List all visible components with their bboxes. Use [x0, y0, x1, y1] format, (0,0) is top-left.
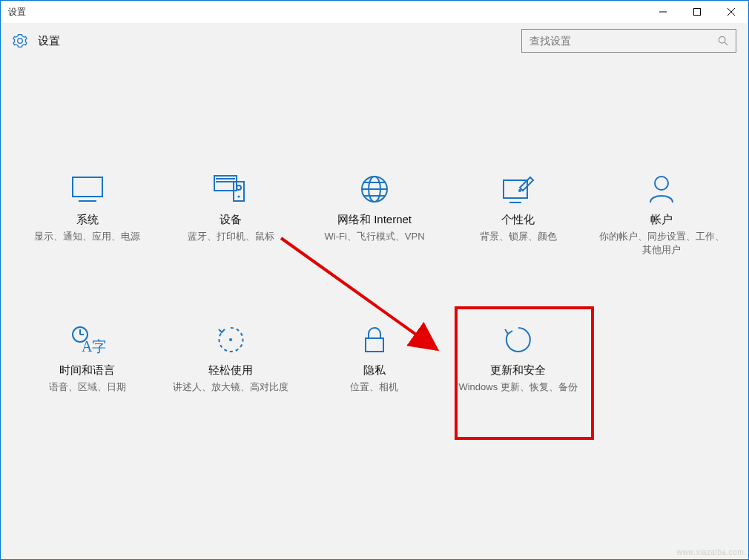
tile-system[interactable]: 系统 显示、通知、应用、电源	[16, 170, 159, 261]
watermark: www.xiazaiba.com	[677, 548, 744, 556]
tile-devices[interactable]: 设备 蓝牙、打印机、鼠标	[159, 170, 303, 261]
settings-grid: 系统 显示、通知、应用、电源 设备 蓝牙、打印机、鼠标 网络和 Internet…	[1, 59, 748, 399]
accounts-icon	[594, 174, 729, 204]
tile-privacy[interactable]: 隐私 位置、相机	[303, 320, 446, 398]
tile-accounts[interactable]: 帐户 你的帐户、同步设置、工作、其他用户	[590, 170, 733, 261]
svg-point-4	[719, 36, 725, 43]
tile-title: 隐私	[307, 363, 442, 378]
tile-desc: Wi-Fi、飞行模式、VPN	[307, 230, 442, 243]
tile-title: 系统	[20, 213, 155, 227]
gear-icon	[13, 33, 27, 48]
tile-desc: Windows 更新、恢复、备份	[451, 381, 586, 394]
svg-rect-6	[73, 177, 102, 197]
tile-title: 网络和 Internet	[307, 213, 442, 227]
svg-point-22	[655, 177, 668, 190]
globe-icon	[307, 174, 442, 204]
close-button[interactable]	[714, 1, 748, 23]
system-icon	[20, 174, 155, 204]
ease-icon	[164, 325, 299, 355]
svg-rect-28	[366, 338, 383, 352]
minimize-button[interactable]	[646, 1, 680, 23]
tile-desc: 你的帐户、同步设置、工作、其他用户	[594, 230, 729, 257]
svg-text:A字: A字	[82, 338, 105, 355]
titlebar: 设置	[1, 1, 748, 23]
tile-desc: 讲述人、放大镜、高对比度	[164, 381, 299, 394]
tile-desc: 显示、通知、应用、电源	[20, 230, 155, 243]
app-title: 设置	[38, 34, 60, 48]
header: 设置	[1, 23, 748, 59]
tile-desc: 蓝牙、打印机、鼠标	[164, 230, 299, 243]
lock-icon	[307, 325, 442, 355]
tile-desc: 语音、区域、日期	[20, 381, 155, 394]
tile-update-security[interactable]: 更新和安全 Windows 更新、恢复、备份	[446, 320, 590, 398]
tile-title: 轻松使用	[164, 363, 299, 378]
tile-ease-of-access[interactable]: 轻松使用 讲述人、放大镜、高对比度	[159, 320, 303, 398]
personalization-icon	[451, 174, 586, 204]
svg-point-27	[229, 338, 232, 341]
tile-network[interactable]: 网络和 Internet Wi-Fi、飞行模式、VPN	[303, 170, 446, 261]
svg-rect-1	[694, 9, 701, 16]
window-title: 设置	[1, 6, 26, 19]
svg-point-13	[238, 196, 240, 198]
maximize-button[interactable]	[680, 1, 714, 23]
time-language-icon: A字	[20, 325, 155, 355]
tile-title: 帐户	[594, 213, 729, 227]
svg-point-21	[518, 189, 521, 192]
update-icon	[451, 325, 586, 355]
search-input[interactable]	[529, 35, 718, 47]
search-icon	[718, 36, 728, 46]
svg-line-5	[725, 42, 727, 45]
window-controls	[646, 1, 748, 23]
tile-desc: 背景、锁屏、颜色	[451, 230, 586, 243]
tile-personalization[interactable]: 个性化 背景、锁屏、颜色	[446, 170, 590, 261]
tile-desc: 位置、相机	[307, 381, 442, 394]
tile-title: 设备	[164, 213, 299, 227]
tile-title: 更新和安全	[451, 363, 586, 378]
tile-title: 个性化	[451, 213, 586, 227]
tile-time-language[interactable]: A字 时间和语言 语音、区域、日期	[16, 320, 159, 398]
tile-title: 时间和语言	[20, 363, 155, 378]
devices-icon	[164, 174, 299, 204]
search-box[interactable]	[521, 29, 736, 53]
svg-point-12	[237, 185, 241, 190]
